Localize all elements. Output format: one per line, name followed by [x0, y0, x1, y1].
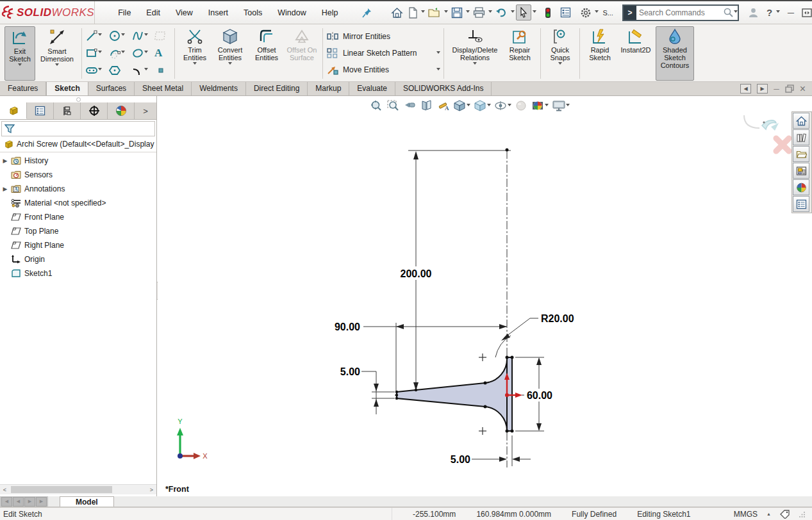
tab-direct-editing[interactable]: Direct Editing — [246, 82, 308, 95]
trim-entities-button[interactable]: Trim Entities — [179, 26, 211, 81]
undo-dropdown[interactable] — [511, 10, 515, 15]
exit-sketch-dropdown[interactable] — [18, 63, 22, 68]
offset-entities-button[interactable]: Offset Entities — [249, 26, 284, 81]
menu-tools[interactable]: Tools — [237, 6, 269, 20]
menu-insert[interactable]: Insert — [202, 6, 235, 20]
search-icon[interactable] — [723, 7, 734, 18]
home-button[interactable] — [389, 5, 405, 20]
dimension-fillet-radius[interactable] — [495, 318, 538, 357]
linear-sketch-pattern-button[interactable]: Linear Sketch Pattern — [326, 45, 440, 61]
open-button[interactable] — [426, 5, 443, 20]
panel-drag-handle[interactable] — [0, 96, 156, 102]
save-button[interactable] — [449, 5, 465, 20]
save-dropdown[interactable] — [466, 10, 470, 15]
polygon-tool[interactable] — [108, 64, 131, 77]
text-tool[interactable]: A — [154, 47, 171, 60]
tree-item-material[interactable]: Material <not specified> — [0, 196, 156, 210]
pin-menu-icon[interactable] — [362, 8, 372, 18]
slot-tool[interactable] — [85, 64, 108, 77]
scroll-right-icon[interactable]: > — [147, 487, 156, 493]
tree-item-annotations[interactable]: ▶ A Annotations — [0, 182, 156, 196]
linear-pattern-dropdown[interactable] — [436, 51, 440, 56]
menu-file[interactable]: File — [112, 6, 137, 20]
rectangle-tool[interactable] — [85, 47, 108, 60]
settings-dropdown[interactable] — [595, 10, 599, 15]
dim-fillet-radius-value[interactable]: R20.00 — [541, 313, 574, 324]
new-document-dropdown[interactable] — [421, 10, 425, 15]
menu-edit[interactable]: Edit — [140, 6, 167, 20]
search-dropdown[interactable] — [734, 10, 738, 15]
tab-propertymanager[interactable] — [27, 102, 54, 119]
sketch-canvas[interactable]: 200.00 90.00 5.00 — [158, 96, 812, 496]
tree-item-sensors[interactable]: Sensors — [0, 168, 156, 182]
dim-total-height-value[interactable]: 200.00 — [401, 268, 432, 279]
doc-close-button[interactable]: × — [800, 83, 806, 95]
user-account-icon[interactable] — [748, 7, 759, 18]
tab-weldments[interactable]: Weldments — [192, 82, 246, 95]
fillet-tool[interactable] — [131, 64, 154, 77]
nav-last-icon[interactable]: ▶ — [36, 497, 47, 507]
dim-head-height-value[interactable]: 60.00 — [527, 390, 552, 401]
sketch-origin[interactable] — [504, 373, 522, 398]
tab-evaluate[interactable]: Evaluate — [349, 82, 395, 95]
arc-dropdown[interactable] — [121, 51, 125, 55]
print-dropdown[interactable] — [488, 10, 492, 15]
menu-view[interactable]: View — [169, 6, 199, 20]
panel-tabs-overflow[interactable]: > — [135, 102, 156, 119]
tag-icon[interactable] — [780, 510, 790, 519]
tree-item-top-plane[interactable]: Top Plane — [0, 224, 156, 238]
dim-tip-thickness-value[interactable]: 5.00 — [340, 366, 360, 377]
tree-item-history[interactable]: ▶ History — [0, 154, 156, 168]
slot-dropdown[interactable] — [98, 68, 102, 72]
sketch-plane-tool[interactable] — [154, 29, 171, 42]
smart-dimension-dropdown[interactable] — [55, 63, 59, 68]
tab-configurationmanager[interactable] — [54, 102, 81, 119]
move-entities-dropdown[interactable] — [436, 68, 440, 72]
sketch-profile[interactable] — [397, 357, 512, 431]
tab-sketch[interactable]: Sketch — [46, 82, 88, 95]
tree-root-row[interactable]: Archi Screw (Default<<Default>_Display — [0, 138, 156, 150]
tab-features[interactable]: Features — [0, 82, 46, 95]
shaded-sketch-contours-button[interactable]: Shaded Sketch Contours — [656, 26, 694, 81]
convert-entities-button[interactable]: Convert Entities — [212, 26, 248, 81]
undo-button[interactable] — [493, 5, 510, 20]
dim-head-thickness-value[interactable]: 5.00 — [451, 454, 470, 465]
help-dropdown[interactable] — [776, 10, 780, 15]
tab-surfaces[interactable]: Surfaces — [88, 82, 135, 95]
arc-tool[interactable] — [108, 47, 131, 60]
circle-tool[interactable] — [108, 29, 131, 42]
tree-item-front-plane[interactable]: Front Plane — [0, 210, 156, 224]
help-icon[interactable]: ? — [765, 7, 774, 18]
tab-displaymanager[interactable] — [108, 102, 135, 119]
tree-item-sketch1[interactable]: Sketch1 — [0, 266, 156, 280]
graphics-viewport[interactable]: A — [158, 96, 812, 496]
tab-sheet-metal[interactable]: Sheet Metal — [135, 82, 192, 95]
span-displays-button[interactable] — [802, 8, 812, 17]
collapse-pane-right-icon[interactable]: ▶ — [757, 84, 768, 93]
smart-dimension-button[interactable]: Smart Dimension — [37, 26, 78, 81]
settings-gear-button[interactable] — [578, 5, 593, 20]
tree-item-origin[interactable]: Origin — [0, 252, 156, 266]
line-tool[interactable] — [85, 29, 108, 42]
tree-filter-input[interactable] — [16, 122, 154, 136]
scroll-left-icon[interactable]: < — [0, 487, 10, 493]
tree-item-right-plane[interactable]: Right Plane — [0, 238, 156, 252]
dimension-tip-thickness[interactable] — [361, 371, 395, 414]
search-input[interactable] — [636, 8, 723, 17]
select-tool-dropdown[interactable] — [533, 10, 536, 15]
circle-dropdown[interactable] — [121, 33, 125, 38]
fillet-dropdown[interactable] — [144, 68, 148, 72]
trim-entities-dropdown[interactable] — [193, 62, 197, 67]
repair-sketch-button[interactable]: Repair Sketch — [503, 26, 536, 81]
nav-next-icon[interactable]: ▶ — [24, 497, 35, 507]
collapse-pane-left-icon[interactable]: ◀ — [740, 84, 751, 93]
tab-markup[interactable]: Markup — [308, 82, 349, 95]
quick-snaps-button[interactable]: Quick Snaps — [545, 26, 576, 81]
options-list-button[interactable] — [558, 5, 573, 20]
menu-window[interactable]: Window — [271, 6, 312, 20]
display-relations-dropdown[interactable] — [473, 62, 477, 67]
rapid-sketch-button[interactable]: Rapid Sketch — [584, 26, 616, 81]
tab-dimxpertmanager[interactable] — [81, 102, 108, 119]
dimension-head-thickness[interactable] — [472, 435, 531, 466]
menu-help[interactable]: Help — [315, 6, 345, 20]
